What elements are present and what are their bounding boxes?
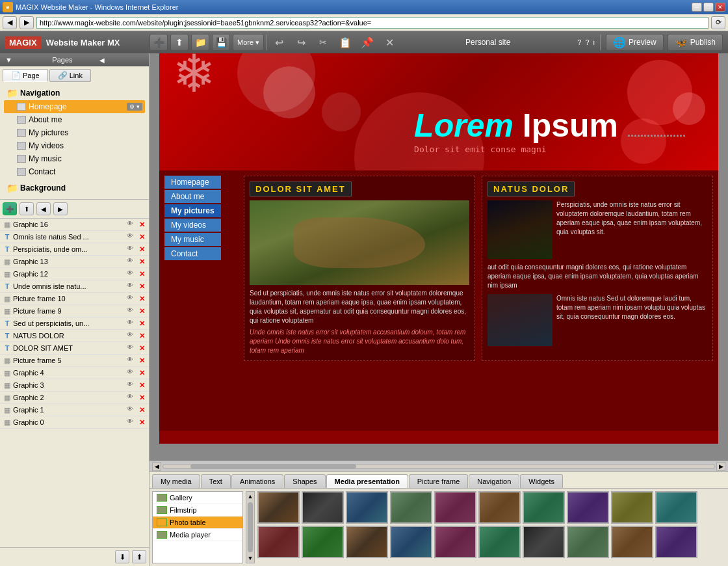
layer-visibility-button[interactable]: 👁 (127, 220, 136, 229)
media-list-item-filmstrip[interactable]: Filmstrip (153, 504, 242, 517)
layer-delete-button[interactable]: ✕ (137, 381, 146, 390)
nav-about[interactable]: About me (164, 190, 221, 203)
tab-link[interactable]: 🔗 Link (49, 69, 91, 82)
layer-item[interactable]: ▦Graphic 3👁✕ (0, 379, 149, 392)
more-button[interactable]: More ▾ (233, 34, 264, 51)
media-thumb-9[interactable] (655, 491, 697, 524)
scrollbar-thumb[interactable] (190, 465, 356, 468)
media-thumb-7[interactable] (567, 491, 609, 524)
layer-item[interactable]: TPerspiciatis, unde om...👁✕ (0, 243, 149, 256)
preview-button[interactable]: 🌐 Preview (606, 34, 664, 51)
media-thumb-13[interactable] (390, 526, 432, 558)
scroll-left-button[interactable]: ◀ (152, 462, 161, 471)
tree-item-videos[interactable]: My videos (4, 139, 145, 152)
tree-background-header[interactable]: 📁 Background (4, 181, 145, 195)
delete-button[interactable]: ✕ (380, 34, 398, 51)
upload-button[interactable]: ⬆ (170, 34, 188, 51)
layer-delete-button[interactable]: ✕ (137, 331, 146, 340)
canvas-area[interactable]: ❄ Lorem Ipsum .................. Dolor s… (150, 53, 728, 461)
nav-homepage[interactable]: Homepage (164, 176, 221, 189)
media-thumb-1[interactable] (302, 491, 344, 524)
add-page-button[interactable]: ➕ (3, 202, 17, 215)
homepage-settings-button[interactable]: ⚙ ▾ (127, 103, 142, 111)
layer-item[interactable]: TUnde omnis iste natu...👁✕ (0, 280, 149, 293)
help3[interactable]: i (593, 38, 595, 46)
bottom-tab-text[interactable]: Text (201, 474, 231, 488)
maximize-button[interactable]: □ (703, 3, 714, 12)
layer-item[interactable]: TDOLOR SIT AMET👁✕ (0, 342, 149, 355)
copy-button[interactable]: 📋 (336, 34, 354, 51)
close-button[interactable]: ✕ (715, 3, 725, 12)
media-scroll-thumb[interactable] (248, 502, 253, 552)
layer-visibility-button[interactable]: 👁 (127, 294, 136, 303)
layer-visibility-button[interactable]: 👁 (127, 393, 136, 402)
h-scrollbar[interactable]: ◀ ▶ (150, 461, 728, 471)
layer-delete-button[interactable]: ✕ (137, 294, 146, 303)
address-input[interactable] (36, 17, 708, 29)
minimize-button[interactable]: ─ (692, 3, 702, 12)
nav-music[interactable]: My music (164, 233, 221, 246)
layer-delete-button[interactable]: ✕ (137, 282, 146, 291)
layer-visibility-button[interactable]: 👁 (127, 319, 136, 328)
scroll-right-button[interactable]: ▶ (716, 462, 725, 471)
media-thumb-11[interactable] (302, 526, 344, 558)
layer-item[interactable]: ▦Picture frame 5👁✕ (0, 355, 149, 367)
media-thumb-12[interactable] (346, 526, 388, 558)
redo-button[interactable]: ↪ (292, 34, 310, 51)
media-thumb-14[interactable] (434, 526, 476, 558)
media-thumb-15[interactable] (478, 526, 521, 558)
layer-item[interactable]: ▦Graphic 1👁✕ (0, 404, 149, 416)
forward-button[interactable]: ▶ (20, 16, 34, 29)
tree-item-pictures[interactable]: My pictures (4, 126, 145, 139)
media-thumb-0[interactable] (257, 491, 300, 524)
tab-page[interactable]: 📄 Page (3, 69, 48, 82)
move-layer-down-button[interactable]: ⬇ (115, 550, 129, 563)
tree-item-homepage[interactable]: Homepage ⚙ ▾ (4, 100, 145, 113)
folder-button[interactable]: 📁 (191, 34, 209, 51)
layer-visibility-button[interactable]: 👁 (127, 257, 136, 266)
layer-item[interactable]: ▦Graphic 16👁✕ (0, 219, 149, 231)
layer-delete-button[interactable]: ✕ (137, 356, 146, 365)
bottom-tab-animations[interactable]: Animations (231, 474, 283, 488)
layer-delete-button[interactable]: ✕ (137, 405, 146, 414)
layer-item[interactable]: ▦Graphic 0👁✕ (0, 416, 149, 429)
media-thumb-19[interactable] (655, 526, 697, 558)
layer-visibility-button[interactable]: 👁 (127, 405, 136, 414)
cut-button[interactable]: ✂ (314, 34, 332, 51)
tree-navigation-header[interactable]: 📁 Navigation (4, 86, 145, 100)
nav-videos[interactable]: My videos (164, 219, 221, 232)
layer-item[interactable]: ▦Graphic 13👁✕ (0, 256, 149, 268)
media-thumb-6[interactable] (523, 491, 565, 524)
layer-visibility-button[interactable]: 👁 (127, 331, 136, 340)
layer-visibility-button[interactable]: 👁 (127, 368, 136, 377)
layer-delete-button[interactable]: ✕ (137, 257, 146, 266)
media-scrollbar[interactable]: ▲ ▼ (246, 491, 255, 563)
layer-visibility-button[interactable]: 👁 (127, 381, 136, 390)
scrollbar-track[interactable] (162, 464, 715, 469)
layer-item[interactable]: ▦Graphic 12👁✕ (0, 268, 149, 280)
layer-item[interactable]: TSed ut perspiciatis, un...👁✕ (0, 317, 149, 330)
layer-item[interactable]: TNATUS DOLOR👁✕ (0, 330, 149, 342)
layer-visibility-button[interactable]: 👁 (127, 282, 136, 291)
paste-button[interactable]: 📌 (358, 34, 376, 51)
go-button[interactable]: ⟳ (711, 16, 725, 29)
bottom-tab-my-media[interactable]: My media (152, 474, 200, 488)
next-page-button[interactable]: ▶ (53, 202, 68, 215)
help2[interactable]: ? (585, 38, 589, 46)
layer-delete-button[interactable]: ✕ (137, 368, 146, 377)
layer-visibility-button[interactable]: 👁 (127, 356, 136, 365)
layer-delete-button[interactable]: ✕ (137, 245, 146, 254)
media-list-item-media-player[interactable]: Media player (153, 529, 242, 541)
layer-visibility-button[interactable]: 👁 (127, 306, 136, 316)
layer-item[interactable]: ▦Picture frame 9👁✕ (0, 305, 149, 317)
media-scroll-down[interactable]: ▼ (246, 554, 255, 563)
back-button[interactable]: ◀ (3, 16, 17, 29)
bottom-tab-shapes[interactable]: Shapes (284, 474, 325, 488)
bottom-tab-media-presentation[interactable]: Media presentation (326, 474, 408, 488)
publish-button[interactable]: 🦋 Publish (668, 34, 723, 51)
layer-visibility-button[interactable]: 👁 (127, 232, 136, 241)
add-button[interactable]: ➕ (150, 34, 168, 51)
layer-delete-button[interactable]: ✕ (137, 306, 146, 316)
tree-item-music[interactable]: My music (4, 152, 145, 165)
media-thumb-3[interactable] (390, 491, 432, 524)
